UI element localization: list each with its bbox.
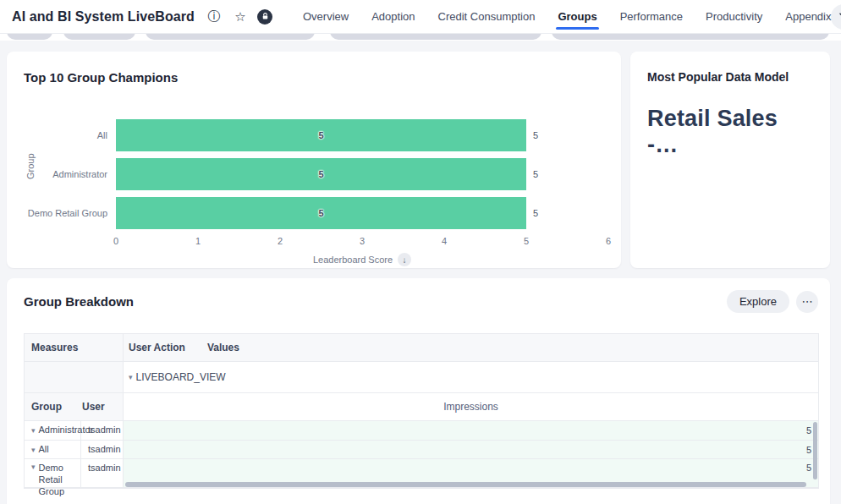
x-axis-title-row: Leaderboard Score ↓ bbox=[116, 253, 608, 266]
filter-chip[interactable] bbox=[7, 34, 52, 40]
filter-chip[interactable] bbox=[63, 34, 135, 40]
measure-group-label: LIVEBOARD_VIEW bbox=[136, 371, 226, 383]
group-cell: Demo Retail Group bbox=[39, 463, 74, 497]
vertical-scrollbar[interactable] bbox=[813, 422, 817, 479]
top-10-group-champions-card: Top 10 Group Champions Group All 5 5 Adm… bbox=[7, 52, 621, 268]
tab-appendix[interactable]: Appendix bbox=[785, 0, 831, 34]
bar-all[interactable]: 5 bbox=[116, 119, 526, 151]
tab-performance[interactable]: Performance bbox=[620, 0, 683, 34]
category-label: All bbox=[7, 130, 116, 140]
category-label: Demo Retail Group bbox=[7, 208, 116, 218]
collapse-caret-icon[interactable]: ▾ bbox=[129, 373, 133, 381]
x-tick: 1 bbox=[195, 236, 201, 246]
star-icon[interactable]: ☆ bbox=[231, 8, 250, 26]
table-header-row: Measures User Action Values bbox=[25, 334, 818, 362]
sort-descending-icon[interactable]: ↓ bbox=[398, 253, 411, 266]
measure-group-row: ▾ LIVEBOARD_VIEW bbox=[25, 362, 818, 393]
bar-demo-retail-group[interactable]: 5 bbox=[116, 197, 526, 229]
bar-value-label: 5 bbox=[318, 169, 323, 179]
x-axis-title: Leaderboard Score bbox=[313, 255, 393, 265]
tab-adoption[interactable]: Adoption bbox=[371, 0, 415, 34]
liveboard-title: AI and BI System LiveBoard bbox=[12, 9, 195, 25]
x-tick: 3 bbox=[360, 236, 365, 246]
bar-value-label: 5 bbox=[318, 208, 323, 218]
group-header: Group bbox=[31, 401, 62, 413]
nav-actions: ⋯ bbox=[831, 4, 841, 30]
bar-chart: All 5 5 Administrator 5 5 bbox=[7, 119, 608, 266]
bar-row: Demo Retail Group 5 5 bbox=[7, 197, 608, 229]
lock-icon[interactable] bbox=[257, 9, 272, 25]
user-cell: tsadmin bbox=[88, 444, 121, 456]
bar-administrator[interactable]: 5 bbox=[116, 158, 526, 190]
table-subheader-row: Group User Impressions bbox=[25, 393, 818, 421]
most-popular-data-model-card: Most Popular Data Model Retail Sales -… bbox=[630, 52, 830, 268]
measures-header: Measures bbox=[25, 334, 124, 361]
horizontal-scrollbar[interactable] bbox=[125, 482, 806, 487]
title-icon-group: ⓘ ☆ bbox=[205, 8, 272, 26]
kpi-value: Retail Sales -… bbox=[647, 106, 813, 158]
group-breakdown-table: Measures User Action Values ▾ LIVEBOARD_… bbox=[24, 333, 819, 489]
group-cell: All bbox=[39, 444, 49, 456]
filter-icon bbox=[838, 11, 841, 23]
bar-end-value: 5 bbox=[533, 208, 538, 218]
filter-chip[interactable] bbox=[330, 34, 541, 40]
x-tick: 2 bbox=[278, 236, 283, 246]
filter-chip[interactable] bbox=[146, 34, 315, 40]
user-cell: tsadmin bbox=[88, 425, 121, 436]
bar-value-label: 5 bbox=[318, 130, 323, 140]
impressions-column-header: Impressions bbox=[124, 393, 818, 420]
breakdown-title: Group Breakdown bbox=[24, 294, 134, 309]
filter-chip[interactable] bbox=[552, 34, 829, 40]
table-row: ▾ All tsadmin 5 bbox=[25, 441, 818, 459]
tab-groups[interactable]: Groups bbox=[558, 0, 596, 34]
x-tick: 5 bbox=[524, 236, 529, 246]
card-more-options-button[interactable]: ⋯ bbox=[796, 291, 818, 313]
tab-productivity[interactable]: Productivity bbox=[706, 0, 762, 34]
x-tick: 6 bbox=[606, 236, 611, 246]
tab-credit-consumption[interactable]: Credit Consumption bbox=[438, 0, 536, 34]
bar-end-value: 5 bbox=[533, 130, 538, 140]
user-cell: tsadmin bbox=[88, 463, 121, 474]
x-axis: 0 1 2 3 4 5 6 bbox=[116, 236, 608, 248]
row-caret-icon[interactable]: ▾ bbox=[31, 463, 36, 471]
values-header: Values bbox=[207, 342, 239, 353]
table-row: ▾ Administrator tsadmin 5 bbox=[25, 421, 818, 441]
explore-button[interactable]: Explore bbox=[727, 290, 789, 313]
value-cell: 5 bbox=[124, 441, 818, 458]
bar-row: All 5 5 bbox=[7, 119, 608, 151]
filter-chip-strip bbox=[0, 34, 841, 41]
breakdown-header: Group Breakdown Explore ⋯ bbox=[7, 278, 830, 313]
tab-overview[interactable]: Overview bbox=[303, 0, 349, 34]
top-nav-bar: AI and BI System LiveBoard ⓘ ☆ Overview … bbox=[0, 0, 841, 34]
chart-title: Top 10 Group Champions bbox=[7, 52, 621, 85]
row-caret-icon[interactable]: ▾ bbox=[31, 446, 36, 454]
liveboard-tabs: Overview Adoption Credit Consumption Gro… bbox=[303, 0, 831, 34]
bar-end-value: 5 bbox=[533, 169, 538, 179]
x-tick: 0 bbox=[113, 236, 118, 246]
bar-row: Administrator 5 5 bbox=[7, 158, 608, 190]
category-label: Administrator bbox=[7, 169, 116, 179]
x-tick: 4 bbox=[442, 236, 447, 246]
info-icon[interactable]: ⓘ bbox=[205, 8, 223, 26]
group-breakdown-card: Group Breakdown Explore ⋯ Measures User … bbox=[7, 278, 830, 504]
row-caret-icon[interactable]: ▾ bbox=[31, 426, 36, 435]
liveboard-canvas: Top 10 Group Champions Group All 5 5 Adm… bbox=[0, 41, 841, 504]
filter-button[interactable] bbox=[831, 4, 841, 30]
value-cell: 5 bbox=[124, 421, 818, 440]
user-header: User bbox=[82, 401, 105, 413]
user-action-header: User Action bbox=[129, 342, 185, 353]
kpi-title: Most Popular Data Model bbox=[647, 70, 813, 84]
